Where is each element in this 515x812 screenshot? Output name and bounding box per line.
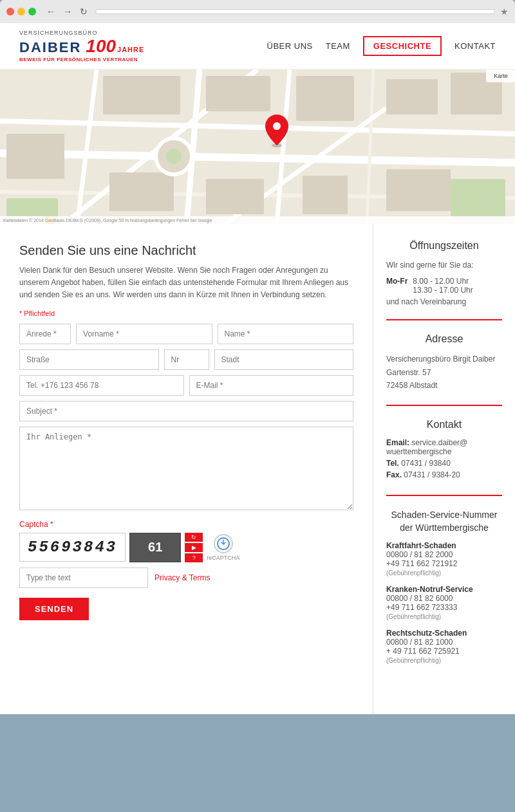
svg-text:Kartendaten © 2014 GeoBasis-DE: Kartendaten © 2014 GeoBasis-DE/BKG (©200… [3,218,212,223]
svg-rect-11 [103,76,180,115]
email-input[interactable] [189,375,354,396]
opening-hours-section: Öffnungszeiten Wir sind gerne für Sie da… [386,240,502,320]
nav-geschichte[interactable]: GESCHICHTE [363,36,442,56]
hours-row-mofr: Mo-Fr 8.00 - 12.00 Uhr 13.30 - 17.00 Uhr [386,277,502,295]
kraftfahrt-note: (Gebührenpflichtig) [386,569,441,577]
svg-rect-14 [386,79,438,115]
captcha-audio[interactable]: 61 [129,533,181,562]
svg-rect-16 [6,134,64,179]
kraftfahrt-name: Kraftfahrt-Schaden [386,541,502,550]
rechtschutz-note: (Gebührenpflichtig) [386,657,441,664]
kranken-name: Kranken-Notruf-Service [386,585,502,594]
anliegen-input[interactable] [19,427,353,510]
browser-navigation: ← → ↻ [44,5,90,18]
rechtschutz-number2: + 49 711 662 725921 (Gebührenpflichtig) [386,647,502,665]
hours-time-2: 13.30 - 17.00 Uhr [413,286,473,295]
nav-kontakt[interactable]: KONTAKT [454,41,496,51]
right-sidebar: Öffnungszeiten Wir sind gerne für Sie da… [373,224,515,714]
privacy-terms-link[interactable]: Privacy & Terms [154,573,210,582]
svg-rect-12 [206,76,270,111]
svg-rect-22 [451,179,505,217]
logo-row: DAIBER 100 JAHRE [19,36,267,57]
address-line3: 72458 Albstadt [386,379,502,392]
address-title: Adresse [386,333,502,345]
refresh-button[interactable]: ↻ [77,5,90,18]
contact-fax: Fax. 07431 / 9384-20 [386,470,502,479]
form-row-4 [19,401,353,421]
name-input[interactable] [218,324,354,344]
required-note: * Pflichtfeld [19,309,353,317]
website-container: VERSICHERUNGSBÜRO DAIBER 100 JAHRE BEWEI… [0,23,515,714]
recaptcha-icon [214,534,233,553]
vorname-input[interactable] [76,324,212,344]
captcha-refresh-button[interactable]: ↻ [185,533,203,542]
anrede-input[interactable] [19,324,71,344]
submit-button[interactable]: SENDEN [19,598,89,620]
map-container[interactable]: + − Google Kartendaten © 2014 GeoBasis-D… [0,69,515,224]
email-label: Email: [386,438,409,447]
back-button[interactable]: ← [44,5,58,18]
logo-daiber: DAIBER [19,39,81,56]
logo-versicherung: VERSICHERUNGSBÜRO [19,30,267,36]
form-row-5 [19,427,353,510]
form-row-3 [19,375,353,396]
map-svg: + − Google Kartendaten © 2014 GeoBasis-D… [0,69,515,224]
schaden-rechtschutz: Rechtschutz-Schaden 00800 / 81 82 1000 +… [386,629,502,665]
schaden-kranken: Kranken-Notruf-Service 00800 / 81 82 600… [386,585,502,621]
opening-hours-title: Öffnungszeiten [386,240,502,252]
contact-form: Captcha * 55693843 61 ↻ ▶ ? [19,324,353,620]
kraftfahrt-number1: 00800 / 81 82 2000 [386,550,502,559]
svg-rect-19 [303,176,348,214]
browser-chrome: ← → ↻ ★ [0,0,515,23]
svg-text:Karte: Karte [494,73,508,79]
kranken-number1: 00800 / 81 82 6000 [386,594,502,603]
kranken-number2: +49 711 662 723333 (Gebührenpflichtig) [386,603,502,621]
svg-rect-17 [109,172,174,211]
site-navigation: ÜBER UNS TEAM GESCHICHTE KONTAKT [267,36,496,56]
rechtschutz-number1: 00800 / 81 82 1000 [386,638,502,647]
rechtschutz-name: Rechtschutz-Schaden [386,629,502,638]
address-line1: Versicherungsbüro Birgit Daiber [386,353,502,365]
hours-time-1: 8.00 - 12.00 Uhr [413,277,473,286]
close-window-button[interactable] [6,8,14,15]
forward-button[interactable]: → [61,5,75,18]
captcha-audio-button[interactable]: ▶ [185,543,203,552]
captcha-logo: reCAPTCHA [207,534,239,561]
form-row-1 [19,324,353,344]
svg-point-24 [166,149,182,164]
contact-form-area: Senden Sie uns eine Nachricht Vielen Dan… [0,224,373,714]
nr-input[interactable] [164,349,209,370]
logo-area: VERSICHERUNGSBÜRO DAIBER 100 JAHRE BEWEI… [19,30,267,62]
address-line2: Gartenstr. 57 [386,366,502,379]
window-controls [6,8,36,15]
captcha-input-row: Privacy & Terms [19,567,353,588]
fax-label: Fax. [386,470,402,479]
tel-input[interactable] [19,375,184,396]
form-title: Senden Sie uns eine Nachricht [19,243,353,258]
vereinbarung-text: und nach Vereinbarung [386,297,502,306]
url-bar[interactable] [95,9,495,14]
captcha-controls: ↻ ▶ ? [185,533,203,562]
minimize-window-button[interactable] [17,8,25,15]
svg-rect-13 [296,76,354,121]
contact-email: Email: service.daiber@ wuerttembergische [386,438,502,456]
nav-uber-uns[interactable]: ÜBER UNS [267,41,313,51]
kranken-note: (Gebührenpflichtig) [386,613,441,620]
captcha-text-input[interactable] [19,567,148,588]
tel-value: 07431 / 93840 [401,459,451,468]
kraftfahrt-number2: +49 711 662 721912 (Gebührenpflichtig) [386,559,502,577]
schaden-kraftfahrt: Kraftfahrt-Schaden 00800 / 81 82 2000 +4… [386,541,502,577]
svg-rect-18 [206,179,264,214]
contact-tel: Tel. 07431 / 93840 [386,459,502,468]
nav-team[interactable]: TEAM [326,41,350,51]
captcha-help-button[interactable]: ? [185,553,203,562]
stadt-input[interactable] [214,349,354,370]
opening-hours-subtitle: Wir sind gerne für Sie da: [386,259,502,272]
maximize-window-button[interactable] [28,8,36,15]
bookmark-icon[interactable]: ★ [500,6,509,17]
hours-day-label: Mo-Fr [386,277,407,295]
subject-input[interactable] [19,401,353,421]
strasse-input[interactable] [19,349,159,370]
captcha-image: 55693843 [19,533,126,562]
fax-value: 07431 / 9384-20 [404,470,460,479]
